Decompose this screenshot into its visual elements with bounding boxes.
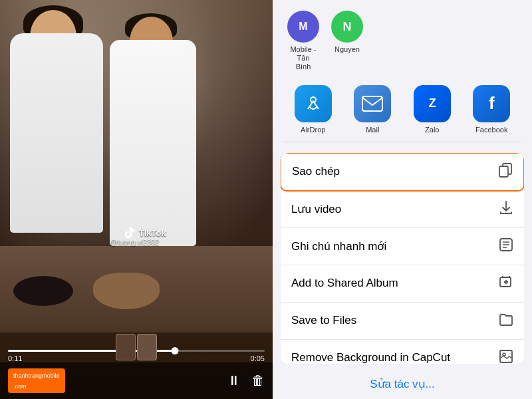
brand-line2: .com [13, 383, 27, 390]
action-save-files-label: Save to Files [291, 314, 356, 327]
action-copy-label: Sao chép [292, 165, 340, 178]
action-capcut-label: Remove Background in CapCut [291, 351, 450, 364]
action-quick-note-label: Ghi chú nhanh mới [291, 239, 386, 253]
video-panel: TikTok @tuong.vi2302 0:11 0:05 thanhtran… [0, 0, 273, 399]
action-copy-icon [498, 163, 513, 181]
time-current: 0:11 [8, 354, 22, 362]
food-bowl-dark [13, 276, 73, 306]
action-capcut[interactable]: Remove Background in CapCut [281, 340, 524, 364]
contact-avatar-mobile: M [287, 11, 319, 43]
airdrop-label: AirDrop [301, 126, 325, 134]
action-save-files[interactable]: Save to Files [281, 303, 524, 340]
contact-row: M Mobile - TânBình N Nguyen [283, 8, 521, 74]
action-save-video[interactable]: Lưu video [281, 191, 524, 228]
brand-line1: thanhtrangmobile [13, 372, 60, 379]
app-icons-row: AirDrop Mail Z Zalo f [283, 80, 521, 142]
thumbnail-strip [116, 334, 157, 360]
app-item-mail[interactable]: Mail [343, 85, 403, 134]
facebook-icon: f [473, 85, 510, 122]
action-capcut-icon [499, 349, 513, 364]
person-right-body [110, 40, 196, 246]
tiktok-handle: @tuong.vi2302 [110, 238, 159, 246]
action-save-video-label: Lưu video [291, 202, 341, 216]
thumbnail-2 [137, 334, 157, 360]
app-item-zalo[interactable]: Z Zalo [402, 85, 462, 134]
tiktok-label: TikTok [139, 228, 166, 238]
svg-rect-3 [499, 166, 508, 177]
progress-dot [171, 347, 178, 354]
share-header: M Mobile - TânBình N Nguyen AirDrop [273, 0, 532, 148]
food-bowl-light [93, 273, 160, 309]
contact-item-nguyen[interactable]: N Nguyen [331, 11, 363, 72]
share-sheet: M Mobile - TânBình N Nguyen AirDrop [273, 0, 532, 399]
action-add-album-label: Add to Shared Album [291, 277, 398, 290]
edit-actions[interactable]: Sửa tác vụ... [273, 369, 532, 399]
action-add-album[interactable]: Add to Shared Album [281, 265, 524, 303]
action-save-video-icon [499, 200, 513, 218]
action-copy[interactable]: Sao chép [281, 153, 524, 192]
facebook-label: Facebook [475, 126, 507, 134]
play-icon[interactable]: ⏸ [227, 373, 241, 388]
action-quick-note-icon [499, 237, 513, 255]
svg-rect-1 [362, 96, 382, 111]
control-icons: ⏸ 🗑 [227, 373, 265, 388]
contact-item-mobile[interactable]: M Mobile - TânBình [283, 11, 323, 72]
contact-name-mobile: Mobile - TânBình [283, 45, 323, 72]
zalo-icon: Z [414, 85, 451, 122]
time-remaining: 0:05 [251, 354, 265, 362]
app-item-airdrop[interactable]: AirDrop [283, 85, 343, 134]
action-add-album-icon [499, 275, 513, 293]
zalo-label: Zalo [425, 126, 439, 134]
contact-avatar-nguyen: N [331, 11, 363, 43]
mail-label: Mail [366, 126, 379, 134]
person-left-body [10, 33, 103, 233]
action-quick-note[interactable]: Ghi chú nhanh mới [281, 228, 524, 265]
bottom-controls: thanhtrangmobile .com ⏸ 🗑 [0, 362, 273, 399]
mail-icon [354, 85, 391, 122]
app-item-facebook[interactable]: f Facebook [462, 85, 522, 134]
brand-logo: thanhtrangmobile .com [8, 368, 65, 393]
action-save-files-icon [499, 312, 513, 330]
tiktok-icon [123, 226, 136, 239]
contact-name-nguyen: Nguyen [334, 45, 360, 54]
thumbnail-1 [116, 334, 136, 360]
tiktok-logo: TikTok [123, 226, 166, 239]
action-list: Sao chép Lưu video Ghi chú nhanh mới [281, 153, 524, 364]
delete-icon[interactable]: 🗑 [251, 373, 265, 388]
airdrop-icon [295, 85, 332, 122]
edit-actions-label: Sửa tác vụ... [370, 378, 435, 390]
